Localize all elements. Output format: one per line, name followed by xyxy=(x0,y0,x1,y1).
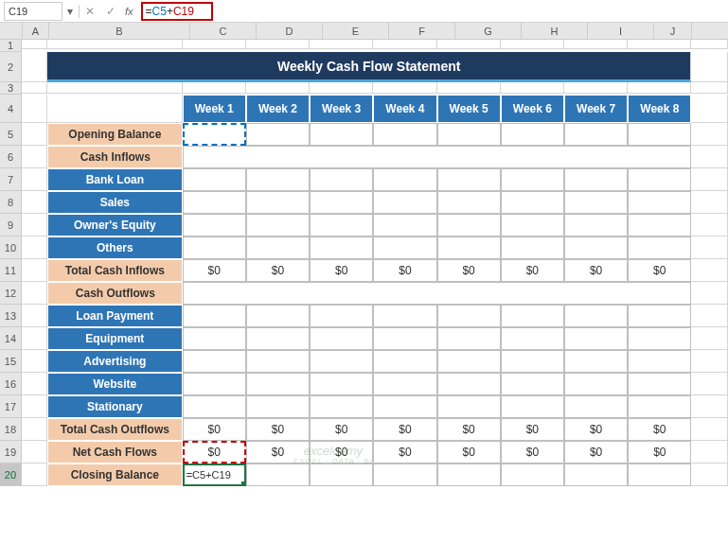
cell[interactable] xyxy=(691,373,728,395)
cell-blank[interactable] xyxy=(22,282,47,305)
cell-data-r15-w6[interactable] xyxy=(501,350,564,373)
cell-blank[interactable] xyxy=(22,214,47,236)
cell-data-r20-w8[interactable] xyxy=(628,464,691,486)
cell-blank[interactable] xyxy=(22,52,47,82)
row-label-r13[interactable]: Loan Payment xyxy=(47,305,183,327)
cell-blank[interactable] xyxy=(22,373,47,395)
cell[interactable] xyxy=(691,305,728,327)
cell[interactable] xyxy=(628,40,691,49)
name-box-dropdown-icon[interactable]: ▾ xyxy=(66,5,80,18)
cell-data-r15-w4[interactable] xyxy=(373,350,436,373)
cell-data-r9-w1[interactable] xyxy=(183,214,246,236)
cell-data-r11-w1[interactable]: $0 xyxy=(183,259,246,282)
cell-data-r8-w7[interactable] xyxy=(564,191,628,214)
cell-data-r7-w8[interactable] xyxy=(628,168,691,191)
cell-data-r10-w7[interactable] xyxy=(564,236,628,259)
row-header-14[interactable]: 14 xyxy=(0,327,22,350)
cell-data-r10-w5[interactable] xyxy=(437,236,501,259)
col-header-J[interactable]: J xyxy=(654,23,692,39)
cell[interactable] xyxy=(691,441,728,464)
cell-data-r16-w4[interactable] xyxy=(373,373,436,395)
title-cell[interactable]: Weekly Cash Flow Statement xyxy=(47,52,691,82)
cell-data-r19-w6[interactable]: $0 xyxy=(501,441,564,464)
cell-blank[interactable] xyxy=(22,259,47,282)
cell[interactable] xyxy=(691,95,728,123)
cell-data-r17-w3[interactable] xyxy=(310,395,373,418)
cell[interactable] xyxy=(628,82,691,94)
cell-data-r18-w8[interactable]: $0 xyxy=(628,418,691,441)
cell[interactable] xyxy=(47,95,183,123)
cell-data-r9-w2[interactable] xyxy=(246,214,310,236)
row-label-r9[interactable]: Owner's Equity xyxy=(47,214,183,236)
cell[interactable] xyxy=(691,259,728,282)
row-label-r11[interactable]: Total Cash Inflows xyxy=(47,259,183,282)
cell-data-r8-w8[interactable] xyxy=(628,191,691,214)
row-label-r10[interactable]: Others xyxy=(47,236,183,259)
cell-data-r18-w5[interactable]: $0 xyxy=(437,418,501,441)
cell-data-r11-w5[interactable]: $0 xyxy=(437,259,501,282)
cell-data-r20-w7[interactable] xyxy=(564,464,628,486)
week-header-7[interactable]: Week 7 xyxy=(564,95,628,123)
cell-data-r7-w4[interactable] xyxy=(373,168,436,191)
cell[interactable] xyxy=(691,82,728,94)
cell-data-r18-w4[interactable]: $0 xyxy=(373,418,436,441)
cell-data-r5-w8[interactable] xyxy=(628,123,691,146)
cell-data-r20-w5[interactable] xyxy=(437,464,501,486)
week-header-1[interactable]: Week 1 xyxy=(183,95,246,123)
row-label-r16[interactable]: Website xyxy=(47,373,183,395)
week-header-3[interactable]: Week 3 xyxy=(310,95,373,123)
row-label-r14[interactable]: Equipment xyxy=(47,327,183,350)
cell[interactable] xyxy=(437,82,501,94)
row-header-15[interactable]: 15 xyxy=(0,350,22,373)
row-label-r19[interactable]: Net Cash Flows xyxy=(47,441,183,464)
row-header-17[interactable]: 17 xyxy=(0,395,22,418)
enter-icon[interactable]: ✓ xyxy=(100,5,121,18)
row-label-r7[interactable]: Bank Loan xyxy=(47,168,183,191)
cell[interactable] xyxy=(373,82,436,94)
cell[interactable] xyxy=(691,395,728,418)
col-header-I[interactable]: I xyxy=(588,23,654,39)
cell-data-r9-w8[interactable] xyxy=(628,214,691,236)
cell-merged-r6[interactable] xyxy=(183,146,691,168)
cell-data-r11-w6[interactable]: $0 xyxy=(501,259,564,282)
cell-blank[interactable] xyxy=(22,236,47,259)
cell[interactable] xyxy=(564,82,628,94)
select-all-corner[interactable] xyxy=(0,23,23,39)
row-header-19[interactable]: 19 xyxy=(0,441,22,464)
cell-data-r10-w6[interactable] xyxy=(501,236,564,259)
cell-data-r8-w4[interactable] xyxy=(373,191,436,214)
cell-data-r14-w4[interactable] xyxy=(373,327,436,350)
cell-data-r18-w2[interactable]: $0 xyxy=(246,418,310,441)
cell-data-r5-w1[interactable] xyxy=(183,123,246,146)
cell-data-r13-w5[interactable] xyxy=(437,305,501,327)
cell-data-r14-w1[interactable] xyxy=(183,327,246,350)
cell-data-r16-w8[interactable] xyxy=(628,373,691,395)
row-header-12[interactable]: 12 xyxy=(0,282,22,305)
row-label-r17[interactable]: Stationary xyxy=(47,395,183,418)
col-header-C[interactable]: C xyxy=(190,23,257,39)
cell-blank[interactable] xyxy=(22,395,47,418)
formula-input[interactable]: =C5+C19 xyxy=(137,2,728,21)
cell-data-r16-w3[interactable] xyxy=(310,373,373,395)
cell-blank[interactable] xyxy=(22,95,47,123)
cell-data-r7-w5[interactable] xyxy=(437,168,501,191)
cell-data-r15-w1[interactable] xyxy=(183,350,246,373)
row-header-9[interactable]: 9 xyxy=(0,214,22,236)
cell-data-r9-w4[interactable] xyxy=(373,214,436,236)
row-label-r18[interactable]: Total Cash Outflows xyxy=(47,418,183,441)
cell-data-r10-w2[interactable] xyxy=(246,236,310,259)
cell[interactable] xyxy=(691,123,728,146)
cell-data-r19-w5[interactable]: $0 xyxy=(437,441,501,464)
cell-data-r14-w6[interactable] xyxy=(501,327,564,350)
cell-data-r20-w6[interactable] xyxy=(501,464,564,486)
cell-data-r13-w3[interactable] xyxy=(310,305,373,327)
cell-data-r19-w3[interactable]: $0 xyxy=(310,441,373,464)
cell-data-r15-w7[interactable] xyxy=(564,350,628,373)
cancel-icon[interactable]: ✕ xyxy=(80,5,100,18)
cell[interactable] xyxy=(691,214,728,236)
row-header-7[interactable]: 7 xyxy=(0,168,22,191)
row-header-13[interactable]: 13 xyxy=(0,305,22,327)
cell-data-r17-w5[interactable] xyxy=(437,395,501,418)
cell-blank[interactable] xyxy=(22,146,47,168)
week-header-8[interactable]: Week 8 xyxy=(628,95,691,123)
